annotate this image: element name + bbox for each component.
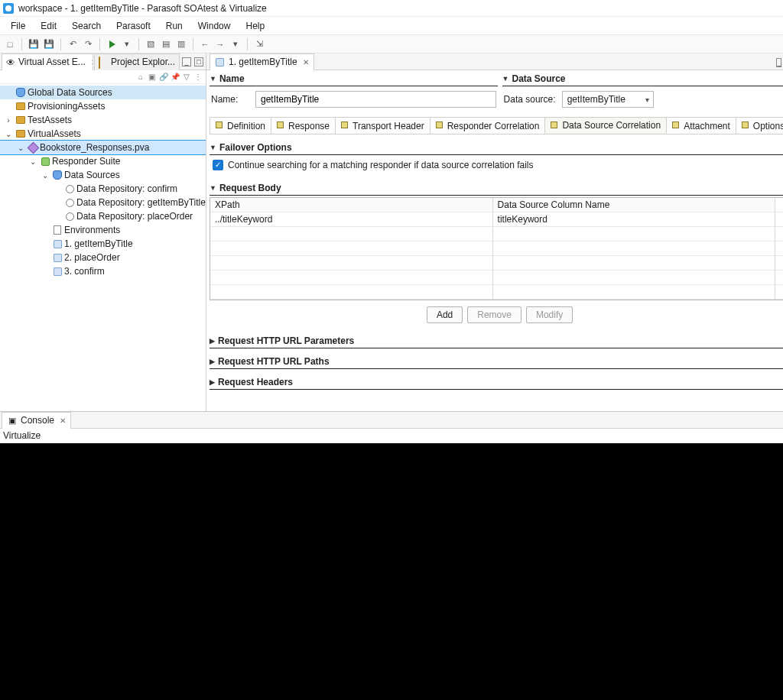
back-icon[interactable]: ← bbox=[198, 37, 212, 51]
separator bbox=[60, 38, 61, 50]
tree-item[interactable]: ⌄Responder Suite bbox=[0, 154, 206, 168]
section-request-headers[interactable]: ▶ Request Headers bbox=[210, 375, 783, 390]
dropdown-icon[interactable]: ▾ bbox=[120, 37, 134, 51]
inner-tab-options[interactable]: Options bbox=[736, 117, 783, 134]
chevron-down-icon[interactable]: ⌄ bbox=[15, 144, 26, 152]
tree-item[interactable]: ·Environments bbox=[0, 223, 206, 237]
tab-icon bbox=[341, 122, 349, 130]
cell-dscol[interactable]: titleKeyword bbox=[493, 212, 776, 227]
chevron-down-icon[interactable]: ⌄ bbox=[28, 157, 38, 166]
tab-virtual-asset-explorer[interactable]: 👁 Virtual Asset E... ✕ bbox=[2, 53, 93, 70]
minimize-icon[interactable]: _ bbox=[182, 57, 191, 66]
undo-icon[interactable]: ↶ bbox=[66, 37, 80, 51]
tab-project-explorer[interactable]: Project Explor... bbox=[94, 53, 180, 70]
chevron-down-icon[interactable]: ⌄ bbox=[40, 171, 50, 180]
menu-search[interactable]: Search bbox=[66, 19, 107, 33]
tab-icon bbox=[551, 122, 559, 130]
asset-tree[interactable]: ·Global Data Sources·ProvisioningAssets›… bbox=[0, 84, 206, 411]
tree-item[interactable]: ·ProvisioningAssets bbox=[0, 99, 206, 113]
tree-item[interactable]: ⌄VirtualAssets bbox=[0, 127, 206, 141]
section-http-url-params[interactable]: ▶ Request HTTP URL Parameters bbox=[210, 334, 783, 348]
tool3-icon[interactable]: ▥ bbox=[174, 37, 188, 51]
tree-item[interactable]: ›TestAssets bbox=[0, 113, 206, 127]
menu-icon[interactable]: ⋮ bbox=[193, 73, 203, 82]
view-toolbar: ⌂ ▣ 🔗 📌 ▽ ⋮ bbox=[0, 70, 206, 84]
tree-item[interactable]: ·3. confirm bbox=[0, 264, 206, 278]
new-icon[interactable]: □ bbox=[3, 37, 17, 51]
tool2-icon[interactable]: ▤ bbox=[159, 37, 173, 51]
tree-item[interactable]: ⌄Data Sources bbox=[0, 168, 206, 182]
empty-cell[interactable] bbox=[493, 256, 776, 271]
pin-icon[interactable]: 📌 bbox=[171, 73, 180, 82]
menu-run[interactable]: Run bbox=[160, 19, 189, 33]
col-header-xpath[interactable]: XPath bbox=[210, 198, 493, 212]
inner-tab-attachment[interactable]: Attachment bbox=[666, 117, 736, 134]
folder-icon bbox=[99, 57, 108, 66]
home-icon[interactable]: ⌂ bbox=[136, 73, 145, 82]
collapse-icon[interactable]: ▣ bbox=[148, 73, 157, 82]
empty-cell[interactable] bbox=[210, 256, 493, 271]
section-failover[interactable]: ▼ Failover Options bbox=[210, 141, 783, 155]
empty-cell[interactable] bbox=[210, 241, 493, 256]
section-request-body[interactable]: ▼ Request Body bbox=[210, 181, 783, 196]
add-button[interactable]: Add bbox=[427, 306, 463, 323]
modify-button[interactable]: Modify bbox=[526, 306, 573, 323]
inner-tab-definition[interactable]: Definition bbox=[210, 117, 271, 134]
section-name[interactable]: ▼ Name bbox=[210, 72, 498, 86]
failover-title: Failover Options bbox=[219, 142, 292, 153]
col-header-dscol[interactable]: Data Source Column Name bbox=[493, 198, 776, 212]
empty-cell[interactable] bbox=[493, 227, 776, 241]
tree-item[interactable]: ⌄Bookstore_Responses.pva bbox=[0, 141, 206, 154]
tab-console[interactable]: ▣ Console ✕ bbox=[2, 412, 71, 429]
menu-file[interactable]: File bbox=[5, 19, 31, 33]
close-icon[interactable]: ✕ bbox=[60, 416, 66, 425]
empty-cell[interactable] bbox=[210, 227, 493, 241]
twisty-none: · bbox=[52, 185, 63, 193]
inner-tab-transport-header[interactable]: Transport Header bbox=[335, 117, 430, 134]
inner-tab-response[interactable]: Response bbox=[271, 117, 336, 134]
menu-edit[interactable]: Edit bbox=[34, 19, 63, 33]
inner-tab-data-source-correlation[interactable]: Data Source Correlation bbox=[544, 117, 667, 134]
data-source-select[interactable]: getItemByTitle bbox=[562, 91, 654, 108]
request-body-grid[interactable]: XPath Data Source Column Name ../titleKe… bbox=[210, 197, 783, 300]
maximize-icon[interactable]: □ bbox=[194, 57, 203, 66]
menu-parasoft[interactable]: Parasoft bbox=[110, 19, 157, 33]
menu-help[interactable]: Help bbox=[239, 19, 271, 33]
name-input[interactable] bbox=[255, 91, 496, 108]
forward-icon[interactable]: → bbox=[213, 37, 227, 51]
tree-item[interactable]: ·1. getItemByTitle bbox=[0, 237, 206, 251]
empty-cell[interactable] bbox=[210, 285, 493, 300]
tree-item[interactable]: ·Global Data Sources bbox=[0, 86, 206, 99]
tool1-icon[interactable]: ▧ bbox=[144, 37, 158, 51]
save-all-icon[interactable]: 💾 bbox=[42, 37, 56, 51]
save-icon[interactable]: 💾 bbox=[27, 37, 41, 51]
empty-cell[interactable] bbox=[210, 271, 493, 285]
link-icon[interactable]: 🔗 bbox=[159, 73, 168, 82]
tree-item-label: Data Sources bbox=[64, 170, 120, 180]
chevron-down-icon[interactable]: ⌄ bbox=[3, 130, 14, 138]
dropdown2-icon[interactable]: ▾ bbox=[229, 37, 242, 51]
tree-item[interactable]: ·Data Repository: confirm bbox=[0, 182, 206, 196]
cell-xpath[interactable]: ../titleKeyword bbox=[210, 212, 493, 227]
menu-window[interactable]: Window bbox=[192, 19, 237, 33]
empty-cell[interactable] bbox=[493, 285, 776, 300]
failover-checkbox[interactable]: ✓ bbox=[213, 160, 223, 170]
close-icon[interactable]: ✕ bbox=[303, 58, 309, 66]
editor-tab-active[interactable]: 1. getItemByTitle ✕ bbox=[210, 53, 314, 70]
run-icon[interactable] bbox=[105, 37, 119, 51]
chevron-right-icon[interactable]: › bbox=[3, 116, 14, 125]
empty-cell[interactable] bbox=[493, 271, 776, 285]
tree-item[interactable]: ·2. placeOrder bbox=[0, 251, 206, 264]
close-icon[interactable]: ✕ bbox=[91, 58, 93, 66]
remove-button[interactable]: Remove bbox=[467, 306, 521, 323]
tree-item[interactable]: ·Data Repository: getItemByTitle bbox=[0, 196, 206, 209]
section-data-source[interactable]: ▼ Data Source bbox=[502, 72, 783, 86]
minimize-icon[interactable]: _ bbox=[776, 58, 781, 67]
inner-tab-responder-correlation[interactable]: Responder Correlation bbox=[430, 117, 546, 134]
tree-item[interactable]: ·Data Repository: placeOrder bbox=[0, 209, 206, 223]
link-icon[interactable]: ⇲ bbox=[252, 37, 266, 51]
empty-cell[interactable] bbox=[493, 241, 776, 256]
filter-icon[interactable]: ▽ bbox=[182, 73, 191, 82]
redo-icon[interactable]: ↷ bbox=[81, 37, 95, 51]
section-http-url-paths[interactable]: ▶ Request HTTP URL Paths bbox=[210, 355, 783, 369]
